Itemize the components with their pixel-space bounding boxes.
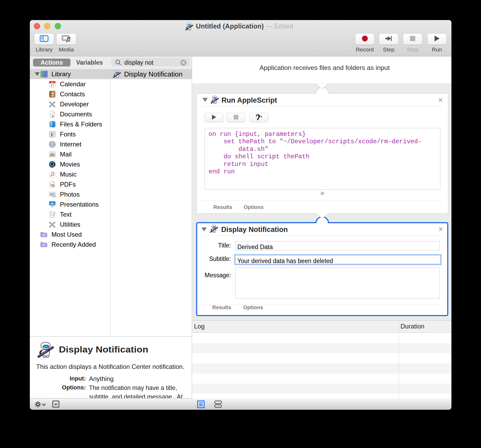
svg-text:JUL: JUL xyxy=(51,82,54,83)
svg-text:17: 17 xyxy=(50,84,54,87)
svg-text:F: F xyxy=(51,132,54,137)
